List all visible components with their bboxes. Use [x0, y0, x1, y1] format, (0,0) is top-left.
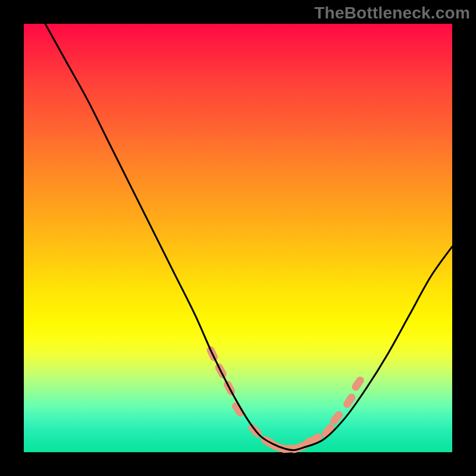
main-curve	[45, 24, 452, 450]
figure-container: TheBottleneck.com	[0, 0, 476, 476]
marker-band	[205, 345, 365, 454]
chart-overlay	[24, 24, 452, 452]
plot-area	[24, 24, 452, 452]
marker	[328, 409, 345, 426]
marker	[350, 375, 365, 392]
watermark-text: TheBottleneck.com	[0, 0, 476, 23]
